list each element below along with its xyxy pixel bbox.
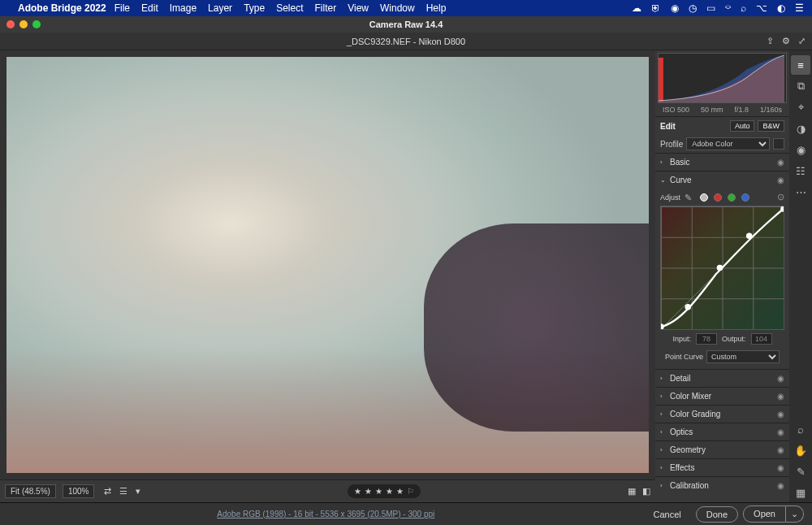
- masking-icon[interactable]: ◑: [791, 119, 810, 138]
- open-button[interactable]: Open: [743, 505, 786, 523]
- curve-editor[interactable]: [660, 206, 784, 330]
- section-curve[interactable]: ⌄ Curve ◉: [655, 171, 789, 189]
- creative-cloud-icon[interactable]: ◉: [671, 2, 679, 14]
- menu-select[interactable]: Select: [276, 2, 303, 14]
- section-effects[interactable]: ›Effects◉: [655, 459, 789, 476]
- app-name[interactable]: Adobe Bridge 2022: [18, 2, 106, 14]
- flag-icon[interactable]: ⚐: [407, 487, 414, 496]
- workflow-options-link[interactable]: Adobe RGB (1998) - 16 bit - 5536 x 3695 …: [217, 510, 434, 518]
- battery-icon[interactable]: ▭: [706, 2, 715, 14]
- point-curve-select[interactable]: Custom: [706, 350, 780, 363]
- menu-type[interactable]: Type: [244, 2, 265, 14]
- eye-icon[interactable]: ◉: [777, 463, 784, 472]
- section-color-mixer[interactable]: ›Color Mixer◉: [655, 388, 789, 405]
- eye-icon[interactable]: ◉: [777, 410, 784, 419]
- spot-heal-icon[interactable]: ⌖: [791, 98, 810, 117]
- menu-edit[interactable]: Edit: [141, 2, 158, 14]
- eye-icon[interactable]: ◉: [777, 427, 784, 436]
- crop-icon[interactable]: ⧉: [791, 76, 810, 96]
- before-after-icon[interactable]: ◧: [642, 486, 650, 497]
- list-icon[interactable]: ☰: [119, 486, 127, 497]
- cloud-icon[interactable]: ☁: [632, 2, 641, 14]
- channel-rgb[interactable]: [700, 193, 708, 202]
- notifications-icon[interactable]: ☰: [795, 2, 804, 14]
- channel-red[interactable]: [714, 193, 722, 202]
- auto-button[interactable]: Auto: [730, 120, 755, 132]
- chevron-right-icon: ›: [660, 375, 667, 382]
- chevron-right-icon: ›: [660, 158, 667, 166]
- menu-layer[interactable]: Layer: [208, 2, 232, 14]
- eye-icon[interactable]: ◉: [777, 445, 784, 454]
- section-geometry[interactable]: ›Geometry◉: [655, 441, 789, 458]
- star-icon[interactable]: ★: [386, 487, 393, 496]
- section-optics[interactable]: ›Optics◉: [655, 423, 789, 440]
- curve-io-row: Input: Output:: [660, 330, 784, 348]
- grid-icon[interactable]: ▦: [791, 483, 810, 502]
- exif-focal: 50 mm: [701, 106, 723, 114]
- exif-shutter: 1/160s: [760, 106, 782, 114]
- channel-blue[interactable]: [741, 193, 749, 202]
- exif-readout: ISO 500 50 mm f/1.8 1/160s: [655, 103, 789, 117]
- image-canvas[interactable]: [3, 54, 652, 476]
- histogram[interactable]: [658, 53, 787, 103]
- zoom-selector[interactable]: 100%: [63, 484, 95, 498]
- menu-window[interactable]: Window: [380, 2, 415, 14]
- wifi-icon[interactable]: ⌔: [725, 2, 731, 14]
- more-icon[interactable]: ⋯: [791, 182, 810, 202]
- eye-icon[interactable]: ◉: [777, 392, 784, 401]
- control-center-icon[interactable]: ⌥: [756, 2, 767, 14]
- parametric-curve-icon[interactable]: ✎: [685, 193, 694, 202]
- edit-sliders-icon[interactable]: ≡: [791, 55, 810, 75]
- section-detail[interactable]: ›Detail◉: [655, 370, 789, 387]
- chevron-down-icon: ⌄: [660, 176, 667, 184]
- menu-help[interactable]: Help: [426, 2, 447, 14]
- targeted-adjust-icon[interactable]: ⊙: [777, 192, 784, 202]
- chevron-right-icon: ›: [660, 446, 667, 453]
- bw-button[interactable]: B&W: [758, 120, 784, 132]
- siri-icon[interactable]: ◐: [777, 2, 785, 14]
- shield-icon[interactable]: ⛨: [651, 2, 661, 14]
- curve-input-field[interactable]: [696, 333, 717, 345]
- channel-green[interactable]: [728, 193, 736, 202]
- svg-point-3: [717, 265, 723, 271]
- chevron-right-icon: ›: [660, 410, 667, 418]
- open-dropdown-icon[interactable]: ⌄: [786, 505, 804, 523]
- section-basic[interactable]: › Basic ◉: [655, 154, 789, 171]
- star-icon[interactable]: ★: [396, 487, 404, 496]
- star-icon[interactable]: ★: [354, 487, 361, 496]
- star-rating[interactable]: ★ ★ ★ ★ ★ ⚐: [348, 484, 421, 498]
- presets-icon[interactable]: ☷: [791, 161, 810, 180]
- curve-output-field[interactable]: [751, 333, 772, 345]
- hand-icon[interactable]: ✋: [791, 440, 810, 460]
- fit-zoom-selector[interactable]: Fit (48.5%): [5, 484, 56, 498]
- search-icon[interactable]: ⌕: [741, 2, 746, 14]
- filter-icon[interactable]: ▾: [136, 486, 140, 497]
- profile-select[interactable]: Adobe Color: [686, 137, 770, 150]
- eye-icon[interactable]: ◉: [777, 481, 784, 490]
- curve-adjust-row: Adjust ✎ ⊙: [660, 192, 784, 202]
- menu-file[interactable]: File: [114, 2, 130, 14]
- menu-filter[interactable]: Filter: [315, 2, 337, 14]
- menu-view[interactable]: View: [348, 2, 369, 14]
- section-label: Geometry: [670, 445, 777, 454]
- eye-icon[interactable]: ◉: [777, 374, 784, 383]
- current-filename: _DSC9329.NEF - Nikon D800: [0, 37, 812, 46]
- done-button[interactable]: Done: [696, 506, 738, 523]
- profile-browser-icon[interactable]: [773, 138, 784, 150]
- compare-icon[interactable]: ⇄: [104, 486, 111, 497]
- section-label: Calibration: [670, 481, 777, 490]
- tool-strip: ≡ ⧉ ⌖ ◑ ◉ ☷ ⋯ ⌕ ✋ ✎ ▦: [789, 50, 812, 502]
- color-sampler-icon[interactable]: ✎: [791, 462, 810, 481]
- star-icon[interactable]: ★: [365, 487, 372, 496]
- redeye-icon[interactable]: ◉: [791, 140, 810, 159]
- star-icon[interactable]: ★: [375, 487, 382, 496]
- cancel-button[interactable]: Cancel: [644, 507, 691, 522]
- clock-icon[interactable]: ◷: [689, 2, 697, 14]
- menu-image[interactable]: Image: [170, 2, 197, 14]
- eye-icon[interactable]: ◉: [777, 176, 784, 184]
- zoom-icon[interactable]: ⌕: [791, 419, 810, 439]
- filmstrip-toggle-icon[interactable]: ▦: [628, 486, 636, 497]
- section-color-grading[interactable]: ›Color Grading◉: [655, 406, 789, 423]
- section-calibration[interactable]: ›Calibration◉: [655, 477, 789, 494]
- eye-icon[interactable]: ◉: [777, 158, 784, 167]
